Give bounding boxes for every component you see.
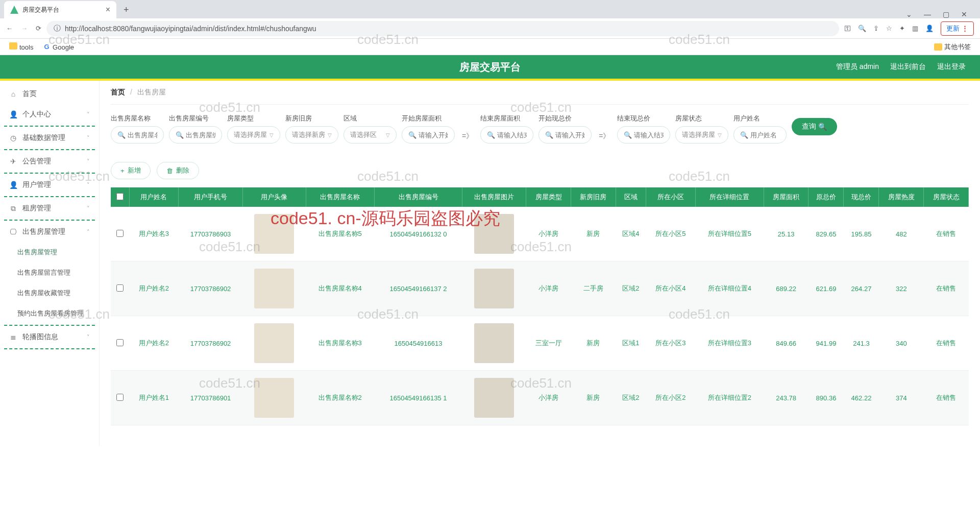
filter-6: 结束房屋面积 bbox=[480, 114, 533, 144]
filter-input[interactable] bbox=[169, 126, 222, 144]
new-tab-button[interactable]: + bbox=[120, 2, 132, 18]
row-checkbox[interactable] bbox=[116, 284, 124, 292]
filter-select[interactable]: 请选择房屋▽ bbox=[675, 126, 728, 144]
breadcrumb-home[interactable]: 首页 bbox=[111, 88, 125, 96]
back-icon[interactable]: ← bbox=[6, 25, 13, 32]
sidebar-item[interactable]: 👤用户管理˅ bbox=[0, 175, 99, 195]
cell-type: 小洋房 bbox=[526, 261, 571, 316]
row-checkbox[interactable] bbox=[116, 230, 124, 237]
share-icon[interactable]: ⇪ bbox=[873, 25, 879, 32]
star-icon[interactable]: ☆ bbox=[886, 25, 892, 32]
avatar-image bbox=[254, 378, 294, 418]
bookmark-tools[interactable]: tools bbox=[9, 42, 33, 51]
table-row[interactable]: 用户姓名2 17703786902 出售房屋名称4 16504549166137… bbox=[111, 261, 969, 316]
filter-input[interactable] bbox=[111, 126, 164, 144]
admin-label[interactable]: 管理员 admin bbox=[836, 62, 879, 71]
chevron-down-icon: ▽ bbox=[270, 132, 274, 138]
filter-input[interactable] bbox=[480, 126, 533, 144]
sidebar-item[interactable]: ≣轮播图信息˅ bbox=[0, 327, 99, 347]
filter-input[interactable] bbox=[733, 126, 787, 144]
cell-code: 16504549166135 1 bbox=[374, 371, 462, 425]
forward-icon[interactable]: → bbox=[21, 25, 28, 32]
profile-icon[interactable]: 👤 bbox=[925, 25, 934, 32]
breadcrumb: 首页 / 出售房屋 bbox=[111, 88, 969, 105]
sidebar-item[interactable]: ✈公告管理˅ bbox=[0, 151, 99, 172]
update-button[interactable]: 更新 ⋮ bbox=[941, 21, 974, 36]
sidebar-subitem[interactable]: 出售房屋收藏管理 bbox=[0, 283, 99, 303]
sidebar-item-label: 租房管理 bbox=[22, 204, 51, 213]
avatar-image bbox=[254, 269, 294, 308]
cell-position: 所在详细位置4 bbox=[695, 261, 764, 316]
sidebar-item[interactable]: ⌂首页 bbox=[0, 84, 99, 104]
chevron-down-icon: ▽ bbox=[718, 132, 722, 138]
bookmarks-bar: tools G Google 其他书签 bbox=[0, 39, 980, 55]
cell-image bbox=[462, 207, 526, 261]
filter-input[interactable] bbox=[617, 126, 670, 144]
filter-label: 出售房屋编号 bbox=[169, 114, 222, 123]
sidebar-item[interactable]: ◷基础数据管理˅ bbox=[0, 128, 99, 148]
sidebar-item[interactable]: 🖵出售房屋管理˄ bbox=[0, 222, 99, 242]
google-icon: G bbox=[42, 43, 51, 51]
filter-label: 区域 bbox=[344, 114, 397, 123]
plus-icon: + bbox=[120, 167, 125, 175]
logout-link[interactable]: 退出登录 bbox=[937, 62, 966, 71]
column-header: 用户头像 bbox=[243, 187, 306, 207]
query-button[interactable]: 查询 🔍 bbox=[792, 118, 837, 135]
address-bar[interactable]: ⓘ http://localhost:8080/fangwujiaoyiping… bbox=[46, 21, 839, 36]
cell-status: 在销售 bbox=[924, 207, 969, 261]
nav-buttons: ← → ⟳ bbox=[6, 25, 41, 32]
add-button[interactable]: +新增 bbox=[111, 162, 151, 179]
window-controls: ⌄ — ▢ ✕ bbox=[901, 10, 976, 18]
tab-title: 房屋交易平台 bbox=[22, 6, 59, 14]
key-icon[interactable]: ⚿ bbox=[844, 25, 851, 32]
filter-select[interactable]: 请选择区▽ bbox=[344, 126, 397, 144]
sidebar-item-label: 轮播图信息 bbox=[22, 332, 58, 342]
reload-icon[interactable]: ⟳ bbox=[36, 25, 41, 32]
sidebar-item[interactable]: ⧉租房管理˅ bbox=[0, 198, 99, 219]
user-icon: 👤 bbox=[9, 110, 17, 118]
exit-to-front[interactable]: 退出到前台 bbox=[890, 62, 926, 71]
table-row[interactable]: 用户姓名2 17703786902 出售房屋名称3 1650454916613 … bbox=[111, 316, 969, 371]
column-header: 出售房屋图片 bbox=[462, 187, 526, 207]
clock-icon: ◷ bbox=[9, 134, 17, 142]
column-header: 原总价 bbox=[808, 187, 844, 207]
bookmark-other[interactable]: 其他书签 bbox=[934, 42, 971, 52]
delete-button[interactable]: 🗑删除 bbox=[157, 162, 199, 179]
zoom-icon[interactable]: 🔍 bbox=[858, 25, 866, 32]
close-icon[interactable]: ✕ bbox=[957, 10, 972, 18]
sidebar-item[interactable]: 👤个人中心˅ bbox=[0, 104, 99, 125]
table-row[interactable]: 用户姓名1 17703786901 出售房屋名称2 16504549166135… bbox=[111, 371, 969, 425]
row-checkbox[interactable] bbox=[116, 394, 124, 401]
cell-user: 用户姓名1 bbox=[129, 371, 179, 425]
site-info-icon[interactable]: ⓘ bbox=[54, 24, 61, 33]
table-row[interactable]: 用户姓名3 17703786903 出售房屋名称5 16504549166132… bbox=[111, 207, 969, 261]
chevron-down-icon: ˅ bbox=[87, 158, 90, 165]
filter-select[interactable]: 请选择新房▽ bbox=[285, 126, 338, 144]
cell-zone: 所在小区3 bbox=[646, 316, 696, 371]
column-header: 用户手机号 bbox=[179, 187, 243, 207]
cell-user: 用户姓名2 bbox=[129, 261, 179, 316]
cell-area: 区域2 bbox=[616, 261, 646, 316]
filter-input[interactable] bbox=[402, 126, 455, 144]
panel-icon[interactable]: ▥ bbox=[912, 25, 918, 32]
minimize-icon[interactable]: — bbox=[920, 10, 935, 18]
cell-image bbox=[462, 316, 526, 371]
sidebar-item-label: 首页 bbox=[22, 89, 37, 99]
browser-tab[interactable]: 房屋交易平台 × bbox=[4, 1, 116, 18]
cell-newold: 新房 bbox=[571, 316, 616, 371]
extensions-icon[interactable]: ✦ bbox=[899, 25, 905, 32]
bookmark-google[interactable]: G Google bbox=[42, 43, 74, 51]
maximize-icon[interactable]: ▢ bbox=[938, 10, 953, 18]
select-all-checkbox[interactable] bbox=[116, 193, 124, 200]
row-checkbox[interactable] bbox=[116, 339, 124, 346]
sidebar-subitem[interactable]: 出售房屋管理 bbox=[0, 242, 99, 262]
chevron-down-icon[interactable]: ⌄ bbox=[901, 10, 917, 18]
main-content: 首页 / 出售房屋 出售房屋名称出售房屋编号房屋类型请选择房屋▽新房旧房请选择新… bbox=[100, 81, 980, 446]
column-header: 出售房屋名称 bbox=[306, 187, 374, 207]
filter-select[interactable]: 请选择房屋▽ bbox=[227, 126, 280, 144]
url-bar: ← → ⟳ ⓘ http://localhost:8080/fangwujiao… bbox=[0, 18, 980, 39]
filter-input[interactable] bbox=[538, 126, 592, 144]
tab-close-icon[interactable]: × bbox=[106, 5, 110, 14]
sidebar-subitem[interactable]: 出售房屋留言管理 bbox=[0, 262, 99, 283]
sidebar-subitem[interactable]: 预约出售房屋看房管理 bbox=[0, 303, 99, 324]
